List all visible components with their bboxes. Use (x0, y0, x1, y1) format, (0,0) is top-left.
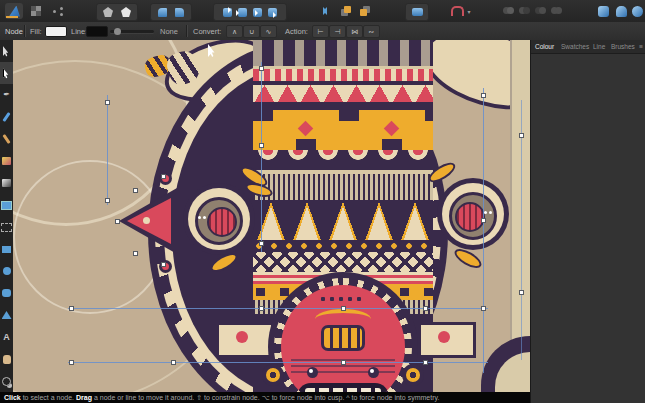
marquee-tool[interactable] (0, 216, 13, 238)
slider-thumb[interactable] (114, 28, 121, 35)
selection-node[interactable] (259, 66, 264, 71)
selection-node[interactable] (519, 290, 524, 295)
app-window: ▾ Node Fill: Line: None Convert: ∧ ∪ ∿ A… (0, 0, 645, 403)
selection-node[interactable] (105, 198, 110, 203)
export-persona-button[interactable] (49, 3, 67, 19)
rounded-rectangle-tool[interactable] (0, 282, 13, 304)
share-icon (53, 7, 63, 16)
view-mode-button-1[interactable] (595, 3, 611, 19)
selection-node[interactable] (481, 306, 486, 311)
artwork-band (253, 150, 433, 170)
selection-node[interactable] (69, 306, 74, 311)
zoom-tool[interactable] (0, 370, 13, 392)
convert-label: Convert: (193, 27, 221, 36)
selection-node[interactable] (259, 306, 264, 311)
snapping-toggle-button[interactable]: ▾ (448, 3, 474, 19)
pixel-persona-button[interactable] (27, 3, 45, 19)
selection-node[interactable] (133, 251, 138, 256)
action-close-icon[interactable]: ⊣ (329, 25, 346, 38)
node-tool[interactable] (0, 62, 13, 84)
selection-node[interactable] (341, 306, 346, 311)
insertion-ontop-icon[interactable] (268, 8, 277, 17)
convert-smart-icon[interactable]: ∿ (260, 25, 277, 38)
selection-node[interactable] (133, 188, 138, 193)
transparency-tool[interactable] (0, 172, 13, 194)
draw-persona-button[interactable] (5, 3, 23, 19)
boolean-divide-icon[interactable] (551, 7, 562, 15)
selection-node[interactable] (481, 93, 486, 98)
status-keyword: Drag (76, 394, 92, 401)
selection-node[interactable] (423, 306, 428, 311)
artwork-eye-right (437, 178, 509, 250)
corner-smooth-icon[interactable] (158, 8, 167, 17)
move-to-back-button[interactable] (357, 3, 373, 19)
snapping-options-button[interactable] (405, 3, 429, 21)
insertion-target-icon[interactable] (223, 8, 232, 17)
stroke-width-slider[interactable] (110, 30, 154, 33)
move-tool[interactable] (0, 40, 13, 62)
selection-node[interactable] (171, 360, 176, 365)
insertion-inside-icon[interactable] (253, 8, 262, 17)
fill-tool[interactable] (0, 150, 13, 172)
ellipse-tool[interactable] (0, 260, 13, 282)
boolean-subtract-icon[interactable] (519, 7, 530, 15)
tab-line[interactable]: Line (593, 40, 605, 52)
artwork-band (253, 252, 433, 272)
move-cursor-icon (3, 46, 11, 57)
action-break-icon[interactable]: ⊢ (312, 25, 329, 38)
convert-sharp-icon[interactable]: ∧ (226, 25, 243, 38)
tab-colour[interactable]: Colour (535, 40, 554, 52)
tool-palette: ✒ A (0, 40, 14, 392)
pen-icon: ✒ (3, 91, 10, 99)
pentagon-outline-icon[interactable] (121, 7, 131, 17)
snapping-magnet-icon (451, 6, 464, 16)
artwork-side-circle (262, 364, 284, 386)
view-tool[interactable] (0, 348, 13, 370)
selection-node[interactable] (423, 360, 428, 365)
pentagon-solid-icon[interactable] (103, 7, 113, 17)
pen-tool[interactable]: ✒ (0, 84, 13, 106)
vector-crop-tool[interactable] (0, 194, 13, 216)
boolean-add-icon[interactable] (503, 7, 514, 15)
triangle-tool[interactable] (0, 304, 13, 326)
view-mode-button-2[interactable] (613, 3, 629, 19)
selection-node[interactable] (481, 218, 486, 223)
tab-brushes[interactable]: Brushes (611, 40, 635, 52)
stroke-style-dropdown[interactable]: None (160, 27, 178, 36)
rectangle-tool[interactable] (0, 238, 13, 260)
flip-horizontal-button[interactable] (316, 3, 334, 19)
selection-node[interactable] (259, 143, 264, 148)
selection-node[interactable] (341, 360, 346, 365)
boolean-intersect-icon[interactable] (535, 7, 546, 15)
marquee-icon (1, 223, 12, 232)
pencil-tool[interactable] (0, 106, 13, 128)
panel-menu-icon[interactable]: ≡ (639, 40, 643, 52)
action-join-icon[interactable]: ⋈ (346, 25, 363, 38)
tab-swatches[interactable]: Swatches (561, 40, 589, 52)
text-tool[interactable]: A (0, 326, 13, 348)
selection-node[interactable] (69, 360, 74, 365)
artwork-corner-inner (495, 352, 530, 392)
chevron-down-icon: ▾ (467, 8, 470, 15)
line-swatch[interactable] (86, 26, 108, 37)
view-mode-button-3[interactable] (630, 3, 644, 19)
selection-node[interactable] (161, 174, 166, 179)
insertion-behind-icon[interactable] (238, 8, 247, 17)
artwork-band (253, 85, 433, 102)
convert-smooth-icon[interactable]: ∪ (243, 25, 260, 38)
selection-node[interactable] (105, 100, 110, 105)
artwork-eye-pupil (207, 207, 237, 237)
selection-node[interactable] (161, 262, 166, 267)
selection-node[interactable] (259, 241, 264, 246)
action-smooth-icon[interactable]: ∾ (363, 25, 380, 38)
selection-node[interactable] (519, 133, 524, 138)
brush-tool[interactable] (0, 128, 13, 150)
fill-swatch[interactable] (45, 26, 67, 37)
artwork-band (253, 200, 433, 240)
text-icon: A (3, 333, 10, 342)
selection-node[interactable] (115, 219, 120, 224)
move-to-front-button[interactable] (338, 3, 354, 19)
corner-sharp-icon[interactable] (175, 8, 184, 17)
fill-label: Fill: (30, 27, 42, 36)
canvas[interactable] (13, 40, 530, 392)
